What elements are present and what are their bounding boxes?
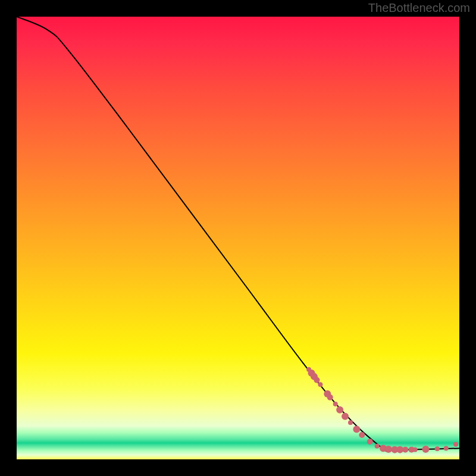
data-marker: [435, 446, 440, 451]
attribution-text: TheBottleneck.com: [368, 1, 470, 15]
data-marker: [367, 439, 373, 444]
data-marker: [359, 432, 365, 438]
data-marker: [413, 447, 418, 452]
data-marker: [385, 446, 392, 453]
data-marker: [314, 377, 320, 383]
data-marker: [444, 446, 449, 450]
data-marker: [402, 447, 408, 453]
data-marker: [353, 425, 360, 433]
data-marker: [453, 442, 458, 447]
chart-curve: [17, 17, 459, 452]
chart-markers: [306, 367, 458, 453]
data-marker: [348, 420, 353, 425]
data-marker: [318, 382, 322, 387]
data-marker: [422, 446, 429, 453]
data-marker: [375, 444, 380, 449]
data-marker: [327, 394, 333, 400]
data-marker: [336, 406, 343, 414]
data-marker: [342, 413, 349, 420]
data-marker: [333, 402, 338, 406]
chart-overlay: [17, 17, 459, 459]
chart-plot-area: [17, 17, 459, 459]
